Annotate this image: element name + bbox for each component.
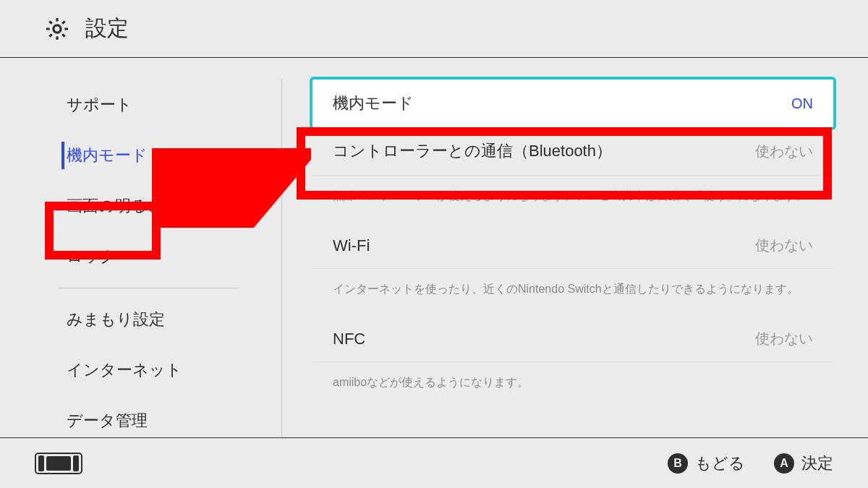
body: サポート 機内モード 画面の明るさ ロック みまもり設定 インターネット データ… [0, 58, 868, 437]
b-button-icon: B [668, 453, 688, 474]
page-title: 設定 [85, 14, 129, 43]
setting-value: 使わない [755, 142, 813, 161]
console-icon [35, 453, 82, 474]
sidebar-item-parental[interactable]: みまもり設定 [0, 294, 282, 345]
setting-group-wifi: Wi-Fi 使わない インターネットを使ったり、近くのNintendo Swit… [312, 223, 833, 316]
setting-row-bluetooth[interactable]: コントローラーとの通信（Bluetooth） 使わない [312, 127, 833, 176]
setting-row-nfc[interactable]: NFC 使わない [312, 316, 833, 362]
settings-sidebar: サポート 機内モード 画面の明るさ ロック みまもり設定 インターネット データ… [0, 58, 282, 437]
setting-row-airplane-mode[interactable]: 機内モード ON [312, 80, 833, 127]
sidebar-item-brightness[interactable]: 画面の明るさ [0, 181, 282, 231]
settings-gear-icon [43, 15, 71, 43]
header: 設定 [0, 0, 868, 58]
setting-row-wifi[interactable]: Wi-Fi 使わない [312, 223, 833, 269]
footer: B もどる A 決定 [0, 437, 868, 488]
setting-label: Wi-Fi [333, 236, 370, 255]
hint-label: 決定 [801, 453, 833, 474]
button-hints: B もどる A 決定 [668, 453, 833, 474]
sidebar-item-airplane-mode[interactable]: 機内モード [0, 130, 282, 181]
setting-description: 無線コントローラーが使えるようになります。テレビ出力中は自動で「使う」になります… [312, 176, 833, 223]
setting-label: 機内モード [333, 93, 414, 114]
setting-value: 使わない [755, 236, 813, 255]
setting-label: コントローラーとの通信（Bluetooth） [333, 140, 612, 162]
setting-description: amiiboなどが使えるようになります。 [312, 362, 833, 421]
vertical-divider [281, 80, 282, 437]
setting-value: 使わない [755, 329, 813, 348]
sidebar-item-lock[interactable]: ロック [0, 231, 282, 282]
sidebar-item-support[interactable]: サポート [0, 80, 282, 130]
setting-group-nfc: NFC 使わない amiiboなどが使えるようになります。 [312, 316, 833, 421]
setting-value: ON [791, 95, 813, 112]
setting-group-bluetooth: コントローラーとの通信（Bluetooth） 使わない 無線コントローラーが使え… [312, 127, 833, 223]
hint-ok: A 決定 [774, 453, 833, 474]
hint-label: もどる [695, 453, 745, 474]
setting-group-airplane: 機内モード ON [312, 80, 833, 127]
a-button-icon: A [774, 453, 794, 474]
setting-label: NFC [333, 330, 365, 348]
sidebar-item-internet[interactable]: インターネット [0, 345, 282, 395]
svg-point-0 [54, 25, 61, 32]
setting-description: インターネットを使ったり、近くのNintendo Switchと通信したりできる… [312, 269, 833, 316]
hint-back: B もどる [668, 453, 745, 474]
sidebar-separator [58, 288, 239, 288]
settings-main-panel: 機内モード ON コントローラーとの通信（Bluetooth） 使わない 無線コ… [282, 58, 868, 437]
